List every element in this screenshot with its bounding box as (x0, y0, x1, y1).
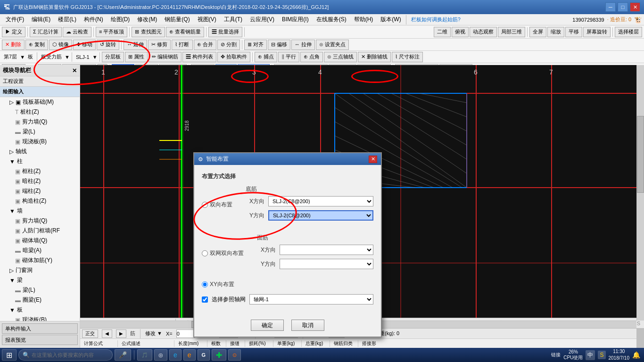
set-clamp-button[interactable]: ⊙ 设置夹点 (316, 40, 349, 50)
nav-col[interactable]: ▼ 柱 (0, 156, 80, 166)
delete-button[interactable]: ✕ 删除 (2, 40, 25, 50)
stretch-button[interactable]: ↔ 拉伸 (291, 40, 315, 50)
axis-net-select[interactable]: 轴网-1 (249, 294, 373, 304)
2d-button[interactable]: 二维 (434, 27, 451, 37)
input-indicator[interactable]: S (598, 351, 605, 359)
nav-axis[interactable]: ▷ 轴线 (0, 147, 80, 156)
minimize-button[interactable]: ─ (605, 2, 616, 12)
parallel-button[interactable]: ∥ 平行 (278, 52, 299, 62)
member-list-button[interactable]: ☰ 构件列表 (182, 52, 216, 62)
nav-slab[interactable]: ▼ 板 (0, 305, 80, 315)
menu-version[interactable]: 版本(W) (377, 15, 405, 25)
menu-cloud[interactable]: 云应用(V) (246, 15, 278, 25)
nav-beam-l[interactable]: ▬ 梁(L) (0, 285, 80, 295)
pan-button[interactable]: 平移 (565, 27, 582, 37)
task-app-ie[interactable]: e (169, 349, 182, 361)
cloud-check-button[interactable]: ☁ 云检查 (63, 27, 91, 37)
axis-net-checkbox[interactable] (202, 296, 208, 303)
nav-beam[interactable]: ▼ 梁 (0, 275, 80, 285)
align-button[interactable]: ≣ 对齐 (244, 40, 267, 50)
x-input[interactable] (176, 329, 195, 338)
dynamic-view-button[interactable]: 动态观察 (470, 27, 497, 37)
nav-btn-prev[interactable]: ◀ (102, 329, 112, 338)
menu-view[interactable]: 视图(V) (194, 15, 220, 25)
bottom-x-select[interactable]: SLJ-2(C8@200) (268, 196, 373, 206)
top-view-button[interactable]: 俯视 (452, 27, 469, 37)
smart-dialog[interactable]: ⚙ 智能布置 ✕ 布置方式选择 双向布置 底筋 X方向 SLJ-2( (193, 152, 382, 337)
task-app-music[interactable]: 🎵 (137, 349, 152, 361)
menu-draw[interactable]: 绘图(D) (107, 15, 134, 25)
double-bidir-radio[interactable] (202, 250, 208, 256)
close-button[interactable]: ✕ (630, 2, 640, 12)
pick-member-button[interactable]: ✥ 拾取构件 (217, 52, 250, 62)
task-app-g[interactable]: G (198, 349, 210, 361)
start-button[interactable]: ⊞ (2, 349, 17, 361)
nav-end-col[interactable]: ▣ 端柱(Z) (0, 186, 80, 196)
zheng-jiao-tab[interactable]: 正交 (82, 329, 98, 338)
menu-floor[interactable]: 楼层(L) (54, 15, 80, 25)
top-x-select[interactable] (280, 245, 373, 255)
menu-member[interactable]: 构件(N) (80, 15, 107, 25)
dialog-close-button[interactable]: ✕ (369, 156, 377, 163)
task-app-store[interactable]: ◎ (154, 349, 167, 361)
props-button[interactable]: ⊞ 属性 (125, 52, 148, 62)
layer-part-button[interactable]: 分层板 (102, 52, 124, 62)
offset-button[interactable]: ⊟ 偏移 (268, 40, 290, 50)
report-preview-btn[interactable]: 报表预览 (2, 335, 78, 345)
extend-button[interactable]: ↔ 延伸 (124, 40, 147, 50)
calc-button[interactable]: Σ 汇总计算 (30, 27, 62, 37)
nav-pile-col[interactable]: T 桩柱(Z) (0, 107, 80, 117)
zoom-button[interactable]: 缩放 (547, 27, 564, 37)
bottom-y-select[interactable]: SLJ-2(C8@200) (268, 210, 373, 221)
nav-slab-foundation[interactable]: ▷ ▣ 筏板基础(M) (0, 97, 80, 107)
find-element-button[interactable]: ⊞ 查找图元 (132, 27, 165, 37)
reinforce-dropdown[interactable]: ▼ (65, 54, 70, 60)
nav-cast-slab-found[interactable]: ▣ 现浇板(B) (0, 137, 80, 147)
nav-masonry-rebar[interactable]: ▣ 砌体加筋(Y) (0, 255, 80, 265)
nav-frame-col[interactable]: ▣ 框柱(Z) (0, 166, 80, 176)
menu-rebar[interactable]: 钢筋量(Q) (161, 15, 193, 25)
snap-point-button[interactable]: ⊕ 捕点 (255, 52, 277, 62)
member-dropdown[interactable]: ▼ (92, 54, 98, 60)
align-top-button[interactable]: ≡ 平齐板顶 (96, 27, 127, 37)
v-scrollbar[interactable] (636, 65, 644, 321)
menu-online[interactable]: 在线服务(S) (313, 15, 350, 25)
nav-door-window[interactable]: ▷ 门窗洞 (0, 265, 80, 275)
edit-rebar-button[interactable]: ✏ 编辑钢筋 (149, 52, 182, 62)
task-app-circle[interactable]: ⊙ (228, 349, 241, 361)
dim-label-button[interactable]: ⌇ 尺寸标注 (392, 52, 423, 62)
define-button[interactable]: ▶ 定义 (2, 27, 25, 37)
break-button[interactable]: ⌇ 打断 (172, 40, 192, 50)
select-floor-button[interactable]: 选择楼层 (615, 27, 642, 37)
menu-modify[interactable]: 修改(M) (133, 15, 161, 25)
nav-struct-col[interactable]: ▣ 构造柱(Z) (0, 196, 80, 206)
lang-indicator[interactable]: 中 (586, 350, 595, 360)
nav-btn-next[interactable]: ▶ (116, 329, 126, 338)
draw-input-btn[interactable]: 绘图输入 (3, 89, 24, 94)
left-panel-close[interactable]: ✕ (72, 67, 77, 74)
maximize-button[interactable]: □ (618, 2, 628, 12)
single-member-btn[interactable]: 单构件输入 (2, 323, 78, 334)
xy-radio-label[interactable]: XY向布置 (202, 280, 234, 288)
split-button[interactable]: ⊘ 分割 (217, 40, 240, 50)
fullscreen-button[interactable]: 全屏 (529, 27, 546, 37)
double-bidir-radio-label[interactable]: 双网双向布置 (202, 249, 244, 257)
nav-hidden-col[interactable]: ▣ 暗柱(Z) (0, 176, 80, 186)
task-app-edge[interactable]: e (183, 349, 196, 361)
bidir-radio-label[interactable]: 双向布置 (202, 201, 232, 209)
xy-radio[interactable] (202, 281, 208, 288)
partial-3d-button[interactable]: 局部三维 (498, 27, 525, 37)
screen-rotate-button[interactable]: 屏幕旋转 (583, 27, 611, 37)
microphone-btn[interactable]: 🎤 (115, 349, 131, 361)
merge-button[interactable]: ⊕ 合并 (194, 40, 216, 50)
dialog-title-bar[interactable]: ⚙ 智能布置 ✕ (194, 153, 381, 165)
del-axis-button[interactable]: ✕ 删除辅线 (358, 52, 391, 62)
nav-masonry-wall[interactable]: ▣ 砌体墙(Q) (0, 236, 80, 246)
trim-button[interactable]: ✂ 修剪 (148, 40, 171, 50)
mirror-button[interactable]: ⬡ 镜像 (49, 40, 72, 50)
confirm-button[interactable]: 确定 (251, 320, 284, 331)
nav-shear-wall-found[interactable]: ▣ 剪力墙(Q) (0, 117, 80, 127)
menu-tools[interactable]: 工具(T) (220, 15, 246, 25)
taskbar-search[interactable] (32, 352, 108, 358)
nav-beam-found[interactable]: ▬ 梁(L) (0, 127, 80, 137)
